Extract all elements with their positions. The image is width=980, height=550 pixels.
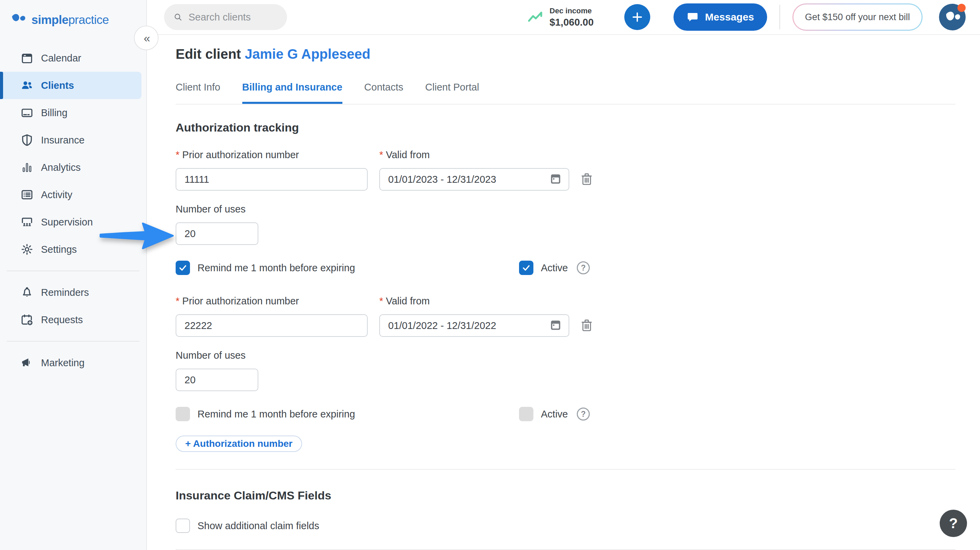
- number-of-uses-input[interactable]: [176, 223, 258, 245]
- messages-button[interactable]: Messages: [673, 3, 767, 31]
- sidebar-item-label: Marketing: [41, 357, 84, 369]
- search-input[interactable]: [189, 12, 277, 23]
- auth-entry-2-fields: *Prior authorization number *Valid from: [176, 296, 955, 337]
- authorization-tracking-heading: Authorization tracking: [176, 121, 955, 134]
- sidebar-item-label: Activity: [41, 189, 72, 200]
- referral-offer-button[interactable]: Get $150 off your next bill: [792, 3, 923, 31]
- sidebar-divider: [7, 341, 139, 342]
- date-picker-icon[interactable]: [549, 319, 562, 332]
- income-value: $1,060.00: [549, 17, 593, 28]
- remind-checkbox[interactable]: [176, 407, 190, 421]
- income-summary[interactable]: Dec income $1,060.00: [528, 6, 593, 28]
- active-label: Active: [541, 262, 568, 273]
- section-divider: [176, 469, 955, 470]
- required-asterisk: *: [379, 149, 383, 160]
- auth-entry-1-fields: *Prior authorization number *Valid from: [176, 149, 955, 191]
- help-fab-button[interactable]: ?: [940, 510, 967, 537]
- trash-icon: [580, 318, 593, 332]
- auth-entry-1-uses: Number of uses: [176, 203, 955, 245]
- number-of-uses-label: Number of uses: [176, 350, 258, 361]
- butterfly-logo-icon: [12, 12, 28, 27]
- search-icon: [173, 12, 183, 22]
- page-title: Edit client Jamie G Appleseed: [176, 46, 955, 62]
- megaphone-icon: [21, 356, 33, 369]
- sidebar-item-label: Requests: [41, 314, 83, 326]
- valid-from-input[interactable]: [379, 314, 569, 337]
- sidebar-item-settings[interactable]: Settings: [0, 236, 146, 263]
- tab-contacts[interactable]: Contacts: [364, 82, 403, 104]
- sidebar-item-activity[interactable]: Activity: [0, 181, 146, 208]
- remind-checkbox[interactable]: [176, 261, 190, 275]
- sidebar-item-label: Calendar: [41, 52, 81, 64]
- sidebar-collapse-button[interactable]: «: [134, 25, 159, 50]
- sidebar-item-clients[interactable]: Clients: [0, 72, 142, 99]
- number-of-uses-input[interactable]: [176, 369, 258, 391]
- auth-entry-2-options: Remind me 1 month before expiring Active…: [176, 407, 955, 421]
- messages-label: Messages: [705, 11, 754, 23]
- calendar-add-icon: [21, 313, 33, 326]
- sidebar-item-reminders[interactable]: Reminders: [0, 279, 146, 306]
- create-new-button[interactable]: [624, 4, 650, 30]
- claim-fields-option: Show additional claim fields: [176, 518, 955, 533]
- active-checkbox[interactable]: [519, 407, 533, 421]
- remind-label: Remind me 1 month before expiring: [197, 262, 355, 273]
- edit-client-content: Edit client Jamie G Appleseed Client Inf…: [147, 35, 980, 550]
- tab-client-info[interactable]: Client Info: [176, 82, 220, 104]
- show-additional-claim-fields-checkbox[interactable]: [176, 518, 190, 533]
- prior-auth-label: *Prior authorization number: [176, 296, 368, 307]
- clients-icon: [21, 79, 33, 92]
- sidebar-item-label: Insurance: [41, 135, 84, 146]
- app-window: simplepractice « Calendar Clients Billin…: [0, 0, 980, 550]
- tab-bar: Client Info Billing and Insurance Contac…: [176, 82, 955, 105]
- sidebar-item-marketing[interactable]: Marketing: [0, 349, 146, 377]
- trash-icon: [580, 172, 593, 186]
- calendar-icon: [21, 52, 33, 65]
- topbar: Dec income $1,060.00 Messages Get $150 o…: [147, 0, 980, 35]
- delete-authorization-button[interactable]: [580, 172, 593, 187]
- topbar-divider: [780, 5, 780, 29]
- sidebar-item-analytics[interactable]: Analytics: [0, 154, 146, 181]
- auth-entry-1-options: Remind me 1 month before expiring Active…: [176, 261, 955, 275]
- sidebar-item-supervision[interactable]: Supervision: [0, 208, 146, 236]
- main-area: Dec income $1,060.00 Messages Get $150 o…: [147, 0, 980, 550]
- sidebar-item-billing[interactable]: Billing: [0, 99, 146, 126]
- sidebar: simplepractice « Calendar Clients Billin…: [0, 0, 147, 550]
- delete-authorization-button[interactable]: [580, 318, 593, 334]
- activity-icon: [21, 188, 33, 201]
- tab-billing-and-insurance[interactable]: Billing and Insurance: [242, 82, 342, 104]
- sidebar-item-label: Supervision: [41, 216, 93, 228]
- sidebar-divider: [7, 270, 139, 271]
- analytics-icon: [21, 161, 33, 174]
- gear-icon: [21, 243, 33, 256]
- sidebar-item-requests[interactable]: Requests: [0, 306, 146, 334]
- tab-client-portal[interactable]: Client Portal: [425, 82, 479, 104]
- show-additional-claim-fields-label: Show additional claim fields: [197, 520, 319, 532]
- check-icon: [178, 263, 188, 273]
- trend-up-icon: [528, 10, 544, 24]
- insurance-shield-icon: [21, 134, 33, 146]
- active-checkbox[interactable]: [519, 261, 533, 275]
- sidebar-item-insurance[interactable]: Insurance: [0, 126, 146, 154]
- prior-auth-label: *Prior authorization number: [176, 149, 368, 161]
- supervision-icon: [21, 216, 33, 229]
- chat-bubble-icon: [686, 11, 699, 23]
- bell-icon: [21, 286, 33, 299]
- sidebar-item-calendar[interactable]: Calendar: [0, 45, 146, 72]
- account-avatar[interactable]: [939, 4, 966, 30]
- valid-from-input[interactable]: [379, 168, 569, 191]
- number-of-uses-label: Number of uses: [176, 203, 258, 215]
- required-asterisk: *: [176, 296, 180, 307]
- valid-from-label: *Valid from: [379, 296, 569, 307]
- brand-logo[interactable]: simplepractice: [0, 0, 146, 27]
- required-asterisk: *: [176, 149, 180, 160]
- client-name-link[interactable]: Jamie G Appleseed: [245, 46, 371, 62]
- sidebar-item-label: Clients: [41, 80, 74, 91]
- active-help-icon[interactable]: ?: [577, 261, 590, 274]
- client-search[interactable]: [164, 4, 287, 30]
- date-picker-icon[interactable]: [549, 173, 562, 186]
- active-help-icon[interactable]: ?: [577, 407, 590, 421]
- prior-auth-number-input[interactable]: [176, 168, 368, 191]
- topbar-right: Dec income $1,060.00 Messages Get $150 o…: [528, 3, 966, 31]
- add-authorization-number-button[interactable]: + Authorization number: [176, 436, 302, 452]
- prior-auth-number-input[interactable]: [176, 314, 368, 337]
